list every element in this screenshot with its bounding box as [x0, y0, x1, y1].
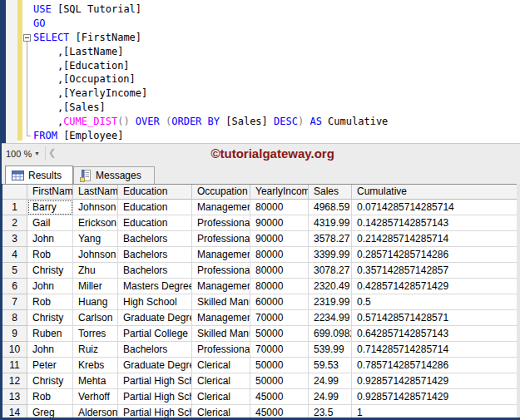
- row-number[interactable]: 12: [2, 373, 27, 389]
- grid-cell[interactable]: Krebs: [73, 358, 118, 373]
- row-number[interactable]: 1: [2, 200, 27, 215]
- grid-cell[interactable]: Carlson: [73, 310, 118, 326]
- grid-cell[interactable]: Clerical: [192, 358, 250, 373]
- row-number[interactable]: 10: [2, 342, 27, 358]
- grid-cell[interactable]: Christy: [27, 263, 73, 279]
- grid-cell[interactable]: Alderson: [73, 405, 118, 418]
- grid-cell[interactable]: Greg: [27, 405, 73, 418]
- grid-cell[interactable]: Partial College: [118, 326, 192, 342]
- grid-cell[interactable]: Partial High School: [118, 405, 192, 418]
- grid-cell[interactable]: Graduate Degree: [118, 310, 192, 326]
- grid-cell[interactable]: 90000: [250, 231, 309, 247]
- grid-cell[interactable]: Bachelors: [118, 263, 192, 279]
- grid-cell[interactable]: 50000: [250, 373, 309, 389]
- column-header-occupation[interactable]: Occupation: [192, 185, 250, 200]
- grid-cell[interactable]: 2319.99: [309, 294, 352, 310]
- column-header-firstname[interactable]: FirstName: [27, 185, 73, 200]
- code-fold-collapse-icon[interactable]: [23, 34, 31, 42]
- grid-cell[interactable]: 0.285714285714286: [352, 247, 517, 263]
- grid-cell[interactable]: Christy: [27, 310, 73, 326]
- grid-cell[interactable]: Skilled Manual: [192, 294, 250, 310]
- grid-cell[interactable]: Clerical: [192, 373, 250, 389]
- grid-cell[interactable]: Torres: [73, 326, 118, 342]
- grid-cell[interactable]: 59.53: [309, 358, 352, 373]
- grid-cell[interactable]: John: [27, 342, 73, 358]
- row-number[interactable]: 4: [2, 247, 27, 263]
- tab-messages[interactable]: Messages: [73, 166, 155, 184]
- grid-cell[interactable]: High School: [118, 294, 192, 310]
- column-header-lastname[interactable]: LastName: [73, 185, 118, 200]
- row-number[interactable]: 9: [2, 326, 27, 342]
- grid-cell[interactable]: 699.0982: [309, 326, 352, 342]
- row-number[interactable]: 6: [2, 279, 27, 294]
- grid-cell[interactable]: Bachelors: [118, 342, 192, 358]
- grid-cell[interactable]: Clerical: [192, 405, 250, 418]
- grid-cell[interactable]: Bachelors: [118, 247, 192, 263]
- grid-cell[interactable]: 0.357142857142857: [352, 263, 517, 279]
- grid-cell[interactable]: Barry: [27, 200, 73, 215]
- grid-cell[interactable]: 0.928571428571429: [352, 373, 517, 389]
- grid-cell[interactable]: 0.428571428571429: [352, 279, 517, 294]
- grid-cell[interactable]: 0.571428571428571: [352, 310, 517, 326]
- grid-cell[interactable]: 539.99: [309, 342, 352, 358]
- scroll-left-icon[interactable]: ❮: [48, 147, 56, 158]
- grid-cell[interactable]: Graduate Degree: [118, 358, 192, 373]
- grid-cell[interactable]: Ruben: [27, 326, 73, 342]
- grid-cell[interactable]: John: [27, 279, 73, 294]
- grid-cell[interactable]: Erickson: [73, 215, 118, 231]
- column-header-cumulative[interactable]: Cumulative: [352, 185, 517, 200]
- grid-cell[interactable]: 50000: [250, 358, 309, 373]
- grid-corner-cell[interactable]: [2, 185, 27, 200]
- tab-results[interactable]: Results: [5, 166, 73, 184]
- grid-cell[interactable]: 80000: [250, 279, 309, 294]
- grid-cell[interactable]: 0.142857142857143: [352, 215, 517, 231]
- grid-cell[interactable]: 3399.99: [309, 247, 352, 263]
- grid-cell[interactable]: 0.0714285714285714: [352, 200, 517, 215]
- grid-cell[interactable]: 70000: [250, 310, 309, 326]
- grid-cell[interactable]: 3078.27: [309, 263, 352, 279]
- grid-cell[interactable]: 80000: [250, 200, 309, 215]
- grid-cell[interactable]: 24.99: [309, 389, 352, 405]
- grid-cell[interactable]: Skilled Manual: [192, 326, 250, 342]
- grid-cell[interactable]: Management: [192, 247, 250, 263]
- grid-cell[interactable]: 3578.27: [309, 231, 352, 247]
- grid-cell[interactable]: Management: [192, 310, 250, 326]
- column-header-yearlyincome[interactable]: YearlyIncome: [250, 185, 309, 200]
- grid-cell[interactable]: 0.642857142857143: [352, 326, 517, 342]
- grid-cell[interactable]: Ruiz: [73, 342, 118, 358]
- sql-editor[interactable]: USE [SQL Tutorial]GOSELECT [FirstName] ,…: [6, 0, 520, 143]
- grid-cell[interactable]: 2320.49: [309, 279, 352, 294]
- column-header-sales[interactable]: Sales: [309, 185, 352, 200]
- grid-cell[interactable]: Education: [118, 215, 192, 231]
- grid-cell[interactable]: Partial High School: [118, 389, 192, 405]
- grid-cell[interactable]: Peter: [27, 358, 73, 373]
- grid-cell[interactable]: Gail: [27, 215, 73, 231]
- grid-cell[interactable]: Masters Degree: [118, 279, 192, 294]
- grid-cell[interactable]: 0.714285714285714: [352, 342, 517, 358]
- grid-cell[interactable]: 80000: [250, 247, 309, 263]
- grid-cell[interactable]: Christy: [27, 373, 73, 389]
- grid-cell[interactable]: 1: [352, 405, 517, 418]
- grid-cell[interactable]: 24.99: [309, 373, 352, 389]
- grid-cell[interactable]: Rob: [27, 247, 73, 263]
- grid-cell[interactable]: 2234.99: [309, 310, 352, 326]
- grid-cell[interactable]: 70000: [250, 342, 309, 358]
- grid-cell[interactable]: Johnson: [73, 200, 118, 215]
- row-number[interactable]: 8: [2, 310, 27, 326]
- row-number[interactable]: 13: [2, 389, 27, 405]
- grid-cell[interactable]: Management: [192, 279, 250, 294]
- grid-cell[interactable]: 45000: [250, 389, 309, 405]
- row-number[interactable]: 3: [2, 231, 27, 247]
- row-number[interactable]: 2: [2, 215, 27, 231]
- grid-cell[interactable]: 90000: [250, 215, 309, 231]
- grid-cell[interactable]: 23.5: [309, 405, 352, 418]
- grid-cell[interactable]: Education: [118, 200, 192, 215]
- grid-cell[interactable]: 4319.99: [309, 215, 352, 231]
- grid-cell[interactable]: Huang: [73, 294, 118, 310]
- grid-cell[interactable]: Professional: [192, 215, 250, 231]
- grid-cell[interactable]: Management: [192, 200, 250, 215]
- grid-cell[interactable]: Zhu: [73, 263, 118, 279]
- row-number[interactable]: 5: [2, 263, 27, 279]
- grid-cell[interactable]: 0.785714285714286: [352, 358, 517, 373]
- grid-cell[interactable]: 80000: [250, 263, 309, 279]
